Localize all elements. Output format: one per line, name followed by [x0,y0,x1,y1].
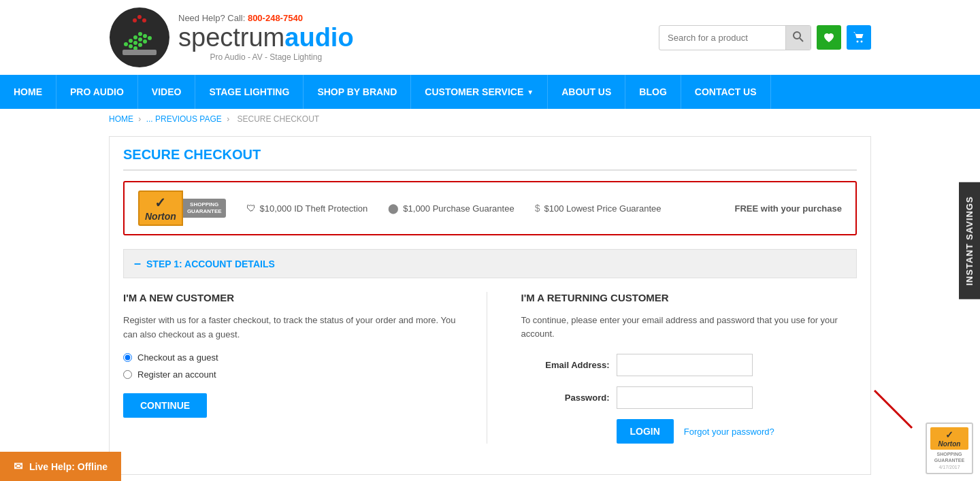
svg-point-20 [861,41,863,43]
checkout-form: I'M A NEW CUSTOMER Register with us for … [123,292,857,464]
live-help-bar[interactable]: ✉ Live Help: Offline [0,452,121,481]
norton-free-label: FREE with your purchase [735,203,842,214]
arrow-annotation [868,384,922,440]
register-radio[interactable] [123,370,132,379]
norton-badge-bottom[interactable]: ✓ Norton SHOPPINGGUARANTEE 4/17/2017 [926,422,973,474]
new-customer-section: I'M A NEW CUSTOMER Register with us for … [123,292,487,444]
svg-point-4 [138,32,142,36]
search-button[interactable] [785,26,811,50]
envelope-icon: ✉ [14,460,22,473]
guest-label: Checkout as a guest [137,352,218,363]
norton-security-bar: ✓ Norton SHOPPING GUARANTEE 🛡 $10,000 ID… [123,181,857,235]
logo-text: Need Help? Call: 800-248-7540 spectrum a… [178,13,354,62]
norton-checkmark-area: ✓ Norton [138,190,183,226]
guest-radio[interactable] [123,353,132,362]
svg-point-14 [137,15,142,19]
svg-point-8 [143,34,147,38]
norton-brand-name: Norton [145,211,176,222]
breadcrumb-current: SECURE CHECKOUT [238,114,320,124]
breadcrumb-previous[interactable]: ... PREVIOUS PAGE [146,114,222,124]
help-call: Need Help? Call: 800-248-7540 [178,13,354,23]
returning-customer-title: I'M A RETURNING CUSTOMER [521,292,858,303]
norton-logo: ✓ Norton SHOPPING GUARANTEE [138,190,226,226]
returning-customer-description: To continue, please enter your email add… [521,314,858,340]
new-customer-description: Register with us for a faster checkout, … [123,314,459,342]
svg-point-15 [142,18,146,22]
svg-point-11 [143,39,147,44]
page-title: SECURE CHECKOUT [123,147,857,171]
instant-savings-sidebar[interactable]: INSTANT SAVINGS [959,182,980,299]
register-label: Register an account [137,369,216,380]
svg-point-10 [138,43,142,47]
main-content: SECURE CHECKOUT ✓ Norton SHOPPING GUARAN… [0,129,980,481]
shield-icon: 🛡 [246,203,256,214]
svg-point-5 [129,44,133,48]
checkout-container: SECURE CHECKOUT ✓ Norton SHOPPING GUARAN… [109,136,871,475]
nav-about-us[interactable]: ABOUT US [548,75,625,109]
register-account-option[interactable]: Register an account [123,369,459,380]
svg-point-7 [138,37,142,42]
top-header: Need Help? Call: 800-248-7540 spectrum a… [0,0,980,75]
site-name: spectrum audio [178,23,354,52]
forgot-password-link[interactable]: Forgot your password? [684,427,774,437]
nav-shop-by-brand[interactable]: SHOP BY BRAND [304,75,411,109]
password-row: Password: [521,386,858,409]
checkout-guest-option[interactable]: Checkout as a guest [123,352,459,363]
norton-feature-2: ⬤ $1,000 Purchase Guarantee [388,203,514,214]
breadcrumb: HOME › ... PREVIOUS PAGE › SECURE CHECKO… [0,109,980,129]
cart-button[interactable] [847,25,871,50]
svg-rect-16 [122,50,157,55]
email-label: Email Address: [521,360,610,370]
norton-feature-1: 🛡 $10,000 ID Theft Protection [246,203,368,214]
step1-title: STEP 1: ACCOUNT DETAILS [146,259,275,269]
breadcrumb-home[interactable]: HOME [109,114,133,124]
nav-contact-us[interactable]: CONTACT US [681,75,771,109]
svg-point-3 [133,35,137,39]
header-right [659,25,871,50]
svg-point-13 [133,18,137,22]
dollar-icon: $ [535,203,540,214]
new-customer-title: I'M A NEW CUSTOMER [123,292,459,303]
password-label: Password: [521,393,610,403]
nav-home[interactable]: HOME [0,75,56,109]
login-row: LOGIN Forgot your password? [617,419,858,444]
logo-area: Need Help? Call: 800-248-7540 spectrum a… [109,7,354,68]
search-input[interactable] [659,27,785,48]
checkout-options: Checkout as a guest Register an account [123,352,459,380]
nav-video[interactable]: VIDEO [138,75,196,109]
login-button[interactable]: LOGIN [617,419,674,444]
svg-point-19 [857,41,859,43]
breadcrumb-sep2: › [227,114,229,124]
customer-service-caret: ▼ [527,88,534,96]
nav-stage-lighting[interactable]: STAGE LIGHTING [195,75,304,109]
nav-blog[interactable]: BLOG [625,75,681,109]
norton-feature-3: $ $100 Lowest Price Guarantee [535,203,662,214]
svg-point-1 [124,42,128,46]
live-help-label: Live Help: Offline [29,461,108,472]
logo-image [109,7,170,68]
email-row: Email Address: [521,354,858,376]
search-box [659,25,811,50]
phone-number[interactable]: 800-248-7540 [248,13,303,23]
nav-customer-service[interactable]: CUSTOMER SERVICE ▼ [411,75,548,109]
norton-guarantee-text: SHOPPING GUARANTEE [183,199,226,218]
main-nav: HOME PRO AUDIO VIDEO STAGE LIGHTING SHOP… [0,75,980,109]
continue-button[interactable]: CONTINUE [123,393,207,418]
wishlist-button[interactable] [817,25,841,50]
step1-header: – STEP 1: ACCOUNT DETAILS [123,249,857,278]
svg-point-12 [148,36,152,40]
norton-check-icon: ✓ [154,195,166,211]
nav-pro-audio[interactable]: PRO AUDIO [56,75,138,109]
svg-point-2 [129,39,133,43]
returning-customer-section: I'M A RETURNING CUSTOMER To continue, pl… [514,292,858,444]
email-input[interactable] [617,354,753,376]
svg-point-17 [794,32,800,39]
step1-toggle[interactable]: – [134,256,141,271]
circle-icon: ⬤ [388,203,399,214]
tagline: Pro Audio - AV - Stage Lighting [178,52,354,62]
svg-point-6 [133,41,137,45]
svg-line-21 [875,391,912,428]
svg-line-18 [800,38,803,42]
password-input[interactable] [617,386,753,409]
breadcrumb-sep1: › [138,114,141,124]
